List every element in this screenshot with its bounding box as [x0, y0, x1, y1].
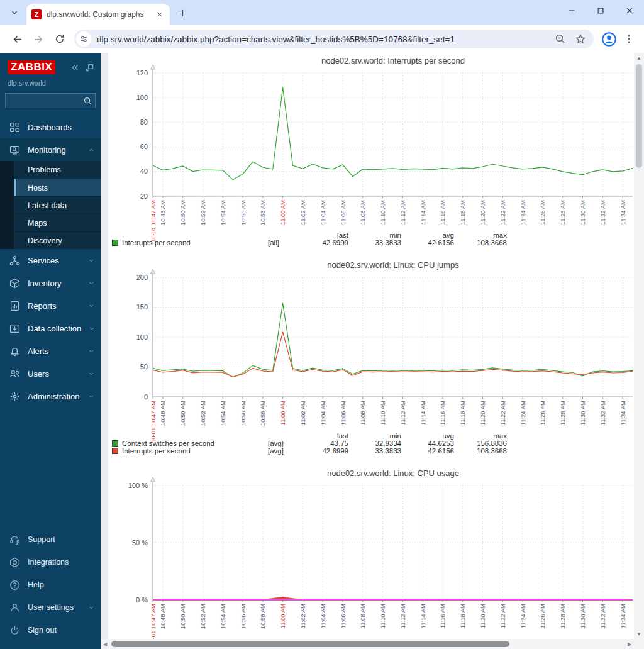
- vertical-scrollbar-thumb[interactable]: [636, 64, 642, 168]
- sidebar-item-dashboards[interactable]: Dashboards: [0, 116, 101, 138]
- sidebar-item-user-settings[interactable]: User settings: [0, 596, 101, 619]
- sidebar-search-input[interactable]: [9, 96, 83, 106]
- chart-canvas: 10-01 10:47 AM10:48 AM10:50 AM10:52 AM10…: [108, 65, 634, 228]
- chevron-down-icon: [89, 325, 95, 331]
- chart-block-2: node02.srv.world: Linux: CPU jumps10-01 …: [108, 260, 634, 455]
- sidebar-item-label: Inventory: [28, 279, 80, 288]
- sidebar-item-users[interactable]: Users: [0, 362, 101, 385]
- sidebar-item-latest-data[interactable]: Latest data: [14, 196, 101, 214]
- sidebar-item-label: Dashboards: [28, 123, 94, 132]
- svg-text:11:04 AM: 11:04 AM: [319, 200, 326, 225]
- sidebar-item-discovery[interactable]: Discovery: [14, 231, 101, 249]
- svg-text:11:10 AM: 11:10 AM: [379, 604, 386, 629]
- legend-series-func: [all]: [265, 239, 298, 247]
- back-button[interactable]: [6, 28, 28, 50]
- sidebar-item-help[interactable]: Help: [0, 574, 101, 596]
- address-bar[interactable]: dlp.srv.world/zabbix/zabbix.php?action=c…: [74, 30, 594, 48]
- svg-text:11:34 AM: 11:34 AM: [619, 604, 626, 629]
- svg-text:10:56 AM: 10:56 AM: [240, 401, 247, 426]
- horizontal-scrollbar-thumb[interactable]: [111, 641, 509, 647]
- maximize-icon: [596, 6, 605, 15]
- sidebar-item-integrations[interactable]: Integrations: [0, 551, 101, 574]
- svg-text:10:56 AM: 10:56 AM: [240, 200, 247, 225]
- series-color-swatch-icon: [112, 448, 118, 454]
- scroll-up-arrow-icon[interactable]: ▲: [634, 53, 644, 63]
- legend-header-row: lastminavgmax: [109, 432, 509, 440]
- sidebar-item-label: User settings: [28, 603, 80, 612]
- sidebar-search[interactable]: [5, 93, 96, 108]
- sidebar-item-reports[interactable]: Reports: [0, 294, 101, 317]
- site-info-button[interactable]: [76, 31, 91, 47]
- search-icon: [83, 96, 92, 106]
- zabbix-favicon-icon: Z: [31, 9, 42, 19]
- sidebar-item-data-collection[interactable]: Data collection: [0, 317, 101, 340]
- tab-search-button[interactable]: [5, 3, 24, 22]
- bookmark-button[interactable]: [574, 32, 587, 46]
- reload-button[interactable]: [49, 28, 70, 50]
- logo-row: ZABBIX: [0, 53, 101, 78]
- browser-menu-button[interactable]: [620, 30, 638, 48]
- svg-text:10:54 AM: 10:54 AM: [219, 604, 226, 629]
- browser-tab[interactable]: Z dlp.srv.world: Custom graphs: [26, 4, 170, 25]
- chart-plot[interactable]: 10-01 10:47 AM10:48 AM10:50 AM10:52 AM10…: [108, 478, 634, 631]
- scroll-left-arrow-icon[interactable]: ◀: [101, 641, 109, 647]
- chart-plot[interactable]: 10-01 10:47 AM10:48 AM10:50 AM10:52 AM10…: [108, 270, 634, 428]
- scroll-right-arrow-icon[interactable]: ▶: [625, 641, 634, 647]
- chart-plot[interactable]: 10-01 10:47 AM10:48 AM10:50 AM10:52 AM10…: [108, 65, 634, 228]
- svg-text:10:52 AM: 10:52 AM: [199, 200, 206, 225]
- legend-header-row: lastminavgmax: [109, 231, 509, 239]
- zabbix-logo[interactable]: ZABBIX: [8, 60, 55, 74]
- scrollbar-corner: [634, 639, 644, 649]
- svg-text:11:12 AM: 11:12 AM: [399, 604, 406, 629]
- url-text[interactable]: dlp.srv.world/zabbix/zabbix.php?action=c…: [97, 35, 547, 44]
- tab-close-button[interactable]: [155, 9, 165, 19]
- chart-legend: lastminavgmaxContext switches per second…: [109, 432, 634, 455]
- sidebar-item-monitoring[interactable]: Monitoring: [0, 138, 101, 161]
- sidebar-item-alerts[interactable]: Alerts: [0, 340, 101, 362]
- profile-button[interactable]: [599, 29, 619, 49]
- legend-avg-value: 42.6156: [404, 447, 457, 455]
- undock-sidebar-icon[interactable]: [85, 63, 94, 72]
- vertical-scrollbar[interactable]: ▲ ▼: [634, 53, 644, 639]
- svg-text:10:48 AM: 10:48 AM: [159, 200, 166, 225]
- integrations-icon: [9, 557, 20, 568]
- tune-icon: [79, 35, 88, 43]
- svg-text:11:02 AM: 11:02 AM: [299, 401, 306, 426]
- svg-text:10:48 AM: 10:48 AM: [159, 401, 166, 426]
- svg-text:11:08 AM: 11:08 AM: [359, 401, 366, 426]
- svg-text:11:08 AM: 11:08 AM: [359, 604, 366, 629]
- legend-last-value: 42.6999: [298, 447, 351, 455]
- legend-last-value: 42.6999: [298, 239, 351, 247]
- svg-text:11:24 AM: 11:24 AM: [519, 401, 526, 426]
- svg-text:50: 50: [140, 363, 148, 370]
- sidebar-item-sign-out[interactable]: Sign out: [0, 619, 101, 641]
- legend-last-value: 43.75: [298, 440, 351, 447]
- window-maximize-button[interactable]: [586, 0, 615, 21]
- sidebar-item-support[interactable]: Support: [0, 528, 101, 551]
- sidebar-item-maps[interactable]: Maps: [14, 214, 101, 231]
- svg-text:11:00 AM: 11:00 AM: [279, 401, 286, 426]
- svg-text:11:16 AM: 11:16 AM: [439, 604, 446, 629]
- collapse-sidebar-icon[interactable]: [70, 63, 80, 72]
- forward-button[interactable]: [28, 28, 49, 50]
- chevron-up-icon: [88, 147, 94, 153]
- svg-text:11:32 AM: 11:32 AM: [599, 604, 606, 629]
- sidebar-item-hosts[interactable]: Hosts: [14, 179, 101, 196]
- sidebar-controls: [70, 63, 94, 72]
- zoom-out-page-button[interactable]: [553, 32, 567, 46]
- sidebar-item-problems[interactable]: Problems: [14, 161, 101, 179]
- window-minimize-button[interactable]: [557, 0, 586, 21]
- svg-text:10:50 AM: 10:50 AM: [179, 200, 186, 225]
- horizontal-scrollbar[interactable]: ◀ ▶: [101, 639, 634, 649]
- sidebar-item-administration[interactable]: Administration: [0, 385, 101, 408]
- users-icon: [9, 368, 20, 379]
- svg-text:10:50 AM: 10:50 AM: [179, 604, 186, 629]
- scroll-down-arrow-icon[interactable]: ▼: [634, 629, 644, 639]
- window-close-button[interactable]: [615, 0, 644, 21]
- sidebar-item-services[interactable]: Services: [0, 249, 101, 272]
- minimize-icon: [567, 6, 576, 15]
- new-tab-button[interactable]: [174, 4, 191, 21]
- sidebar-item-inventory[interactable]: Inventory: [0, 272, 101, 294]
- svg-text:11:02 AM: 11:02 AM: [299, 604, 306, 629]
- support-icon: [9, 534, 20, 545]
